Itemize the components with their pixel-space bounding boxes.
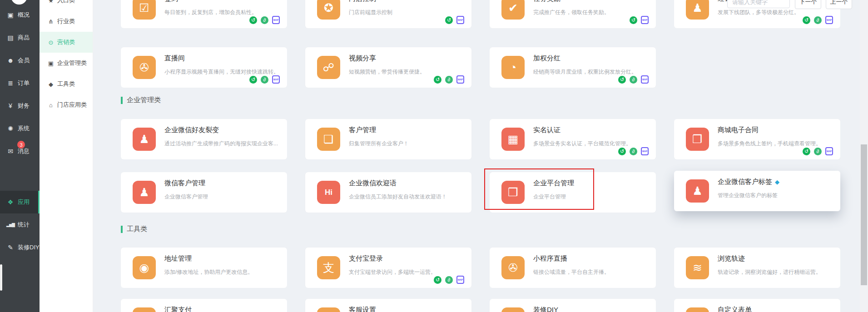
app-card-title: 客户管理 bbox=[349, 126, 376, 134]
app-card-description: 门店前端显示控制 bbox=[349, 9, 392, 16]
sidebar-item-goods[interactable]: ▤商品 bbox=[0, 26, 40, 49]
app-card[interactable]: ☍视频分享短视频营销，带货传播更便捷。↺∂WAP bbox=[305, 47, 471, 88]
app-card-title: 视频分享 bbox=[349, 54, 376, 63]
sidebar-item-messages[interactable]: ✉消息3 bbox=[0, 140, 40, 163]
platform-icons: ↺∂WAP bbox=[434, 276, 464, 284]
primary-nav: ▣概况▤商品☻会员≣订单¥财务✺系统✉消息3❖应用▂▅▇统计✎装修DIY bbox=[0, 4, 40, 259]
sidebar-item-label: 财务 bbox=[18, 102, 30, 110]
page-scrollbar-track[interactable] bbox=[860, 0, 868, 312]
app-card[interactable]: 支支付宝登录支付宝端登录访问，多端统一运营。↺∂WAP bbox=[305, 248, 471, 288]
miniprogram-icon: ↺ bbox=[434, 76, 441, 84]
app-card[interactable]: ♟企业微信客户标签◆管理企业微信客户的标签 bbox=[674, 171, 840, 211]
app-card[interactable]: ✔任务奖励完成推广任务，领取任务奖励。↺WAP bbox=[490, 0, 656, 28]
platform-device-icon: ❒ bbox=[501, 181, 525, 204]
category-item-label: 入口类 bbox=[57, 0, 75, 5]
members-icon: ☻ bbox=[5, 57, 15, 64]
app-card[interactable]: ♟微信客户管理企业微信客户管理 bbox=[121, 172, 287, 213]
platform-icons: ↺WAP bbox=[445, 16, 464, 24]
app-card[interactable]: ◈汇聚支付 bbox=[121, 299, 287, 312]
messages-icon: ✉ bbox=[5, 148, 15, 155]
sidebar-item-apps[interactable]: ❖应用 bbox=[0, 191, 40, 213]
live-camera-icon: ✇ bbox=[133, 56, 156, 79]
sidebar-item-finance[interactable]: ¥财务 bbox=[0, 94, 40, 117]
sidebar-item-stats[interactable]: ▂▅▇统计 bbox=[0, 213, 40, 236]
platform-icons: ↺∂WAP bbox=[803, 16, 833, 24]
sidebar-item-members[interactable]: ☻会员 bbox=[0, 49, 40, 72]
platform-icons: ↺∂WAP bbox=[618, 147, 649, 155]
next-button[interactable]: 下一个 bbox=[795, 0, 821, 9]
app-card[interactable]: ◔加权分红经销商等级月度业绩，权重比例发放分红。↺∂WAP bbox=[490, 47, 656, 88]
app-card-title: 客服设置 bbox=[349, 306, 376, 312]
app-card-description: 通过活动推广生成带推广码的海报实现企业客... bbox=[164, 140, 278, 148]
sidebar-item-label: 商品 bbox=[18, 34, 30, 42]
app-card[interactable]: ❏自定义表单 bbox=[674, 299, 840, 312]
sidebar-item-label: 消息 bbox=[18, 147, 30, 155]
app-card[interactable]: ◉地址管理添加/修改地址，协助用户更改信息。 bbox=[121, 248, 287, 288]
sidebar-item-orders[interactable]: ≣订单 bbox=[0, 72, 40, 94]
sidebar-item-label: 会员 bbox=[18, 56, 30, 64]
app-card[interactable]: ≋浏览轨迹轨迹记录，洞察浏览偏好，进行精细运营。 bbox=[674, 248, 840, 288]
app-card[interactable]: ☎客服设置 bbox=[305, 299, 471, 312]
miniprogram-icon: ↺ bbox=[803, 148, 810, 155]
diy-hammer-icon: ✎ bbox=[5, 244, 15, 251]
category-item-label: 行业类 bbox=[57, 17, 75, 25]
app-card-description: 链接公域流量，平台自主开播。 bbox=[533, 268, 610, 276]
app-card[interactable]: ❒企业平台管理企业平台管理 bbox=[490, 172, 656, 213]
system-icon: ✺ bbox=[5, 125, 15, 132]
prev-button[interactable]: 上一个 bbox=[826, 0, 852, 9]
app-card-description: 小程序显示视频号直播间，无缝对接快速跳转。 bbox=[164, 68, 279, 76]
app-card-description: 企业微信客户管理 bbox=[164, 193, 208, 201]
category-item-store[interactable]: ⌂门店应用类 bbox=[40, 94, 93, 115]
keyword-search-input[interactable] bbox=[727, 0, 790, 8]
app-card-title: 浏览轨迹 bbox=[718, 254, 745, 263]
stats-icon: ▂▅▇ bbox=[5, 223, 15, 227]
app-card-title: 企业平台管理 bbox=[533, 179, 574, 188]
app-card[interactable]: ❏客户管理归集管理所有企业客户！ bbox=[305, 119, 471, 159]
app-card[interactable]: ✪门店控制门店前端显示控制↺WAP bbox=[305, 0, 471, 28]
overview-icon: ▣ bbox=[5, 11, 15, 19]
app-card-title: 商城电子合同 bbox=[718, 126, 759, 134]
id-card-icon: ▦ bbox=[501, 128, 525, 151]
app-card-description: 管理企业微信客户的标签 bbox=[718, 192, 778, 199]
sidebar-spacer bbox=[0, 163, 40, 191]
app-card[interactable]: Hi企业微信欢迎语企业微信员工添加好友自动发送欢迎语！ bbox=[305, 172, 471, 213]
app-card[interactable]: ☑签到每日签到，反复到店，增加会员粘性。↺∂WAP bbox=[121, 0, 287, 28]
app-card[interactable]: ♟企业微信好友裂变通过活动推广生成带推广码的海报实现企业客... bbox=[121, 119, 287, 159]
app-card-title: 门店控制 bbox=[349, 0, 376, 3]
section-header-tools: 工具类 bbox=[121, 225, 147, 233]
app-card-title: 自定义表单 bbox=[718, 306, 752, 312]
card-grid: ◉地址管理添加/修改地址，协助用户更改信息。支支付宝登录支付宝端登录访问，多端统… bbox=[121, 248, 840, 312]
category-item-entry[interactable]: ★入口类 bbox=[40, 0, 93, 11]
app-card-title: 汇聚支付 bbox=[164, 306, 192, 312]
page-scrollbar-thumb[interactable] bbox=[861, 144, 867, 285]
sidebar-item-system[interactable]: ✺系统 bbox=[0, 117, 40, 140]
wap-icon: WAP bbox=[456, 16, 464, 24]
app-card[interactable]: ✇小程序直播链接公域流量，平台自主开播。 bbox=[490, 248, 656, 288]
h5-icon: ∂ bbox=[630, 76, 637, 84]
category-item-label: 工具类 bbox=[57, 80, 75, 88]
app-card[interactable]: ✇直播间小程序显示视频号直播间，无缝对接快速跳转。↺∂WAP bbox=[121, 47, 287, 88]
app-card[interactable]: ❐商城电子合同多场景多角色线上签约，手机端查看管理。↺∂WAP bbox=[674, 119, 840, 159]
payment-icon: ◈ bbox=[133, 307, 156, 312]
section-title: 工具类 bbox=[127, 225, 147, 233]
wap-icon: WAP bbox=[456, 75, 464, 84]
sidebar-item-diy[interactable]: ✎装修DIY bbox=[0, 236, 40, 259]
sidebar-item-overview[interactable]: ▣概况 bbox=[0, 4, 40, 26]
sidebar-scroll-indicator[interactable] bbox=[0, 264, 2, 291]
app-card[interactable]: ✎装修DIY bbox=[490, 299, 656, 312]
document-icon: ❏ bbox=[317, 128, 340, 151]
app-card[interactable]: ▦实名认证多场景业务实名认证，平台规范化管理。↺∂WAP bbox=[490, 119, 656, 159]
category-item-marketing[interactable]: ⊙营销类 bbox=[40, 32, 93, 53]
category-item-tools[interactable]: ◆工具类 bbox=[40, 74, 93, 94]
sidebar-item-label: 概况 bbox=[18, 11, 30, 19]
entry-category-icon: ★ bbox=[46, 0, 55, 4]
card-grid: ☑签到每日签到，反复到店，增加会员粘性。↺∂WAP✪门店控制门店前端显示控制↺W… bbox=[121, 0, 840, 88]
category-item-industry[interactable]: ⋔行业类 bbox=[40, 11, 93, 32]
marketing-category-icon: ⊙ bbox=[46, 39, 55, 46]
app-card-title: 加权分红 bbox=[533, 54, 560, 63]
person-share-icon: ♟ bbox=[133, 128, 156, 151]
section-accent-bar bbox=[121, 226, 123, 233]
h5-icon: ∂ bbox=[814, 16, 822, 24]
app-card-description: 完成推广任务，领取任务奖励。 bbox=[533, 9, 610, 16]
category-item-enterprise[interactable]: ▣企业管理类 bbox=[40, 53, 93, 74]
